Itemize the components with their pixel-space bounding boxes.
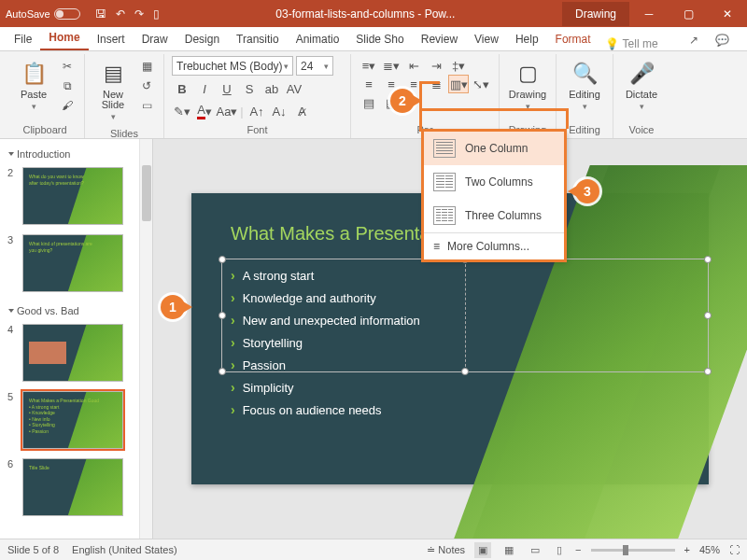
font-size-combo[interactable]: 24▾ xyxy=(296,56,333,76)
restore-button[interactable]: ▢ xyxy=(669,0,708,27)
normal-view-icon[interactable]: ▣ xyxy=(474,542,491,558)
tab-transitions[interactable]: Transitio xyxy=(228,28,288,50)
zoom-level[interactable]: 45% xyxy=(699,544,720,555)
columns-two[interactable]: Two Columns xyxy=(424,165,564,199)
tab-format[interactable]: Format xyxy=(547,28,599,50)
thumb-2[interactable]: 2What do you want to know after today's … xyxy=(7,167,143,225)
numbering-button[interactable]: ≣▾ xyxy=(381,56,402,75)
zoom-out-button[interactable]: − xyxy=(575,544,581,555)
save-icon[interactable]: 🖫 xyxy=(95,7,106,21)
columns-more[interactable]: ≡ More Columns... xyxy=(424,232,564,259)
zoom-slider[interactable] xyxy=(591,549,675,552)
cut-icon[interactable]: ✂ xyxy=(58,58,77,75)
columns-one[interactable]: One Column xyxy=(424,132,564,165)
change-case-button[interactable]: Aa▾ xyxy=(217,102,237,120)
highlight-button[interactable]: ✎▾ xyxy=(172,102,192,120)
thumb-6[interactable]: 6Title Slide xyxy=(7,458,143,516)
sorter-view-icon[interactable]: ▦ xyxy=(500,542,517,558)
clear-format-button[interactable]: A̷ xyxy=(291,102,312,120)
tab-view[interactable]: View xyxy=(466,28,507,50)
language[interactable]: English (United States) xyxy=(72,544,177,555)
dictate-button[interactable]: 🎤 Dictate ▾ xyxy=(621,56,662,115)
notes-button[interactable]: ≐ Notes xyxy=(427,544,465,556)
bullet-6[interactable]: Focus on audience needs xyxy=(231,399,420,421)
bullets-button[interactable]: ≡▾ xyxy=(359,56,379,75)
handle-tl[interactable] xyxy=(218,256,226,263)
minimize-button[interactable]: ─ xyxy=(629,0,669,27)
copy-icon[interactable]: ⧉ xyxy=(58,77,77,94)
comments-icon[interactable]: 💬 xyxy=(711,30,734,50)
autosave-toggle[interactable]: AutoSave xyxy=(0,8,86,20)
section-introduction[interactable]: Introduction xyxy=(7,145,143,163)
redo-icon[interactable]: ↷ xyxy=(134,7,144,21)
slide-counter[interactable]: Slide 5 of 8 xyxy=(7,544,59,555)
paste-button[interactable]: 📋 Paste ▾ xyxy=(13,56,54,115)
slideshow-view-icon[interactable]: ▯ xyxy=(553,542,566,558)
slideshow-icon[interactable]: ▯ xyxy=(153,7,160,21)
reset-icon[interactable]: ↺ xyxy=(137,77,156,94)
handle-mr[interactable] xyxy=(704,312,712,319)
undo-icon[interactable]: ↶ xyxy=(116,7,125,21)
handle-tr[interactable] xyxy=(704,256,712,263)
toggle-off-icon xyxy=(54,8,80,20)
slide-title[interactable]: What Makes a Presenta xyxy=(231,223,430,245)
tell-me[interactable]: 💡 Tell me xyxy=(605,37,658,50)
bullet-5[interactable]: Simplicity xyxy=(231,376,420,399)
tab-draw[interactable]: Draw xyxy=(134,28,176,50)
italic-button[interactable]: I xyxy=(194,79,215,98)
textbox-selection[interactable] xyxy=(221,259,709,372)
grow-font-button[interactable]: A↑ xyxy=(247,102,267,120)
handle-bl[interactable] xyxy=(218,368,226,375)
line-spacing-button[interactable]: ‡▾ xyxy=(448,56,469,75)
align-text-button[interactable]: ▤ xyxy=(359,93,379,112)
zoom-in-button[interactable]: + xyxy=(684,544,690,555)
indent-dec-button[interactable]: ⇤ xyxy=(403,56,424,75)
new-slide-icon: ▤ xyxy=(99,60,127,88)
align-left-button[interactable]: ≡ xyxy=(359,75,379,93)
tab-home[interactable]: Home xyxy=(40,26,88,50)
close-button[interactable]: ✕ xyxy=(708,0,747,27)
tab-review[interactable]: Review xyxy=(413,28,466,50)
indent-inc-button[interactable]: ⇥ xyxy=(426,56,446,75)
new-slide-button[interactable]: ▤ New Slide ▾ xyxy=(92,56,134,125)
shrink-font-button[interactable]: A↓ xyxy=(269,102,289,120)
thumb-scrollbar[interactable] xyxy=(139,139,152,539)
drawing-button[interactable]: ▢ Drawing ▾ xyxy=(507,56,548,115)
columns-button[interactable]: ▥▾ xyxy=(448,75,469,93)
font-name-value: Trebuchet MS (Body) xyxy=(176,60,283,73)
shadow-button[interactable]: ab xyxy=(261,79,282,98)
share-icon[interactable]: ↗ xyxy=(684,30,703,50)
columns-three[interactable]: Three Columns xyxy=(424,199,564,232)
tab-file[interactable]: File xyxy=(6,28,40,50)
layout-icon[interactable]: ▦ xyxy=(137,58,156,75)
handle-ml[interactable] xyxy=(218,312,226,319)
thumb-4[interactable]: 4 xyxy=(7,324,143,382)
tab-slideshow[interactable]: Slide Sho xyxy=(347,28,412,50)
status-bar: Slide 5 of 8 English (United States) ≐ N… xyxy=(0,539,747,560)
font-name-combo[interactable]: Trebuchet MS (Body)▾ xyxy=(172,56,293,76)
fit-to-window-icon[interactable]: ⛶ xyxy=(729,544,740,555)
thumb-2-text: What do you want to know after today's p… xyxy=(29,174,84,186)
editing-button[interactable]: 🔍 Editing ▾ xyxy=(564,56,605,115)
tab-help[interactable]: Help xyxy=(507,28,547,50)
underline-button[interactable]: U xyxy=(217,79,237,98)
thumb-3[interactable]: 3What kind of presentations are you givi… xyxy=(7,234,143,292)
format-painter-icon[interactable]: 🖌 xyxy=(58,97,77,114)
tab-insert[interactable]: Insert xyxy=(89,28,134,50)
tab-animations[interactable]: Animatio xyxy=(288,28,348,50)
section-good-vs-bad[interactable]: Good vs. Bad xyxy=(7,301,143,320)
section-icon[interactable]: ▭ xyxy=(137,97,156,114)
thumb-5[interactable]: 5What Makes a Presentation Good• A stron… xyxy=(7,391,143,449)
reading-view-icon[interactable]: ▭ xyxy=(527,542,543,558)
handle-bc[interactable] xyxy=(461,368,469,375)
mic-icon: 🎤 xyxy=(627,60,655,88)
font-color-button[interactable]: A▾ xyxy=(194,102,215,120)
strike-button[interactable]: S xyxy=(239,79,260,98)
scrollbar-thumb[interactable] xyxy=(142,165,151,221)
handle-br[interactable] xyxy=(704,368,712,375)
bold-button[interactable]: B xyxy=(172,79,192,98)
editing-group-label: Editing xyxy=(564,121,605,138)
spacing-button[interactable]: AV xyxy=(284,79,304,98)
text-direction-button[interactable]: ⤡▾ xyxy=(471,75,491,93)
tab-design[interactable]: Design xyxy=(176,28,228,50)
